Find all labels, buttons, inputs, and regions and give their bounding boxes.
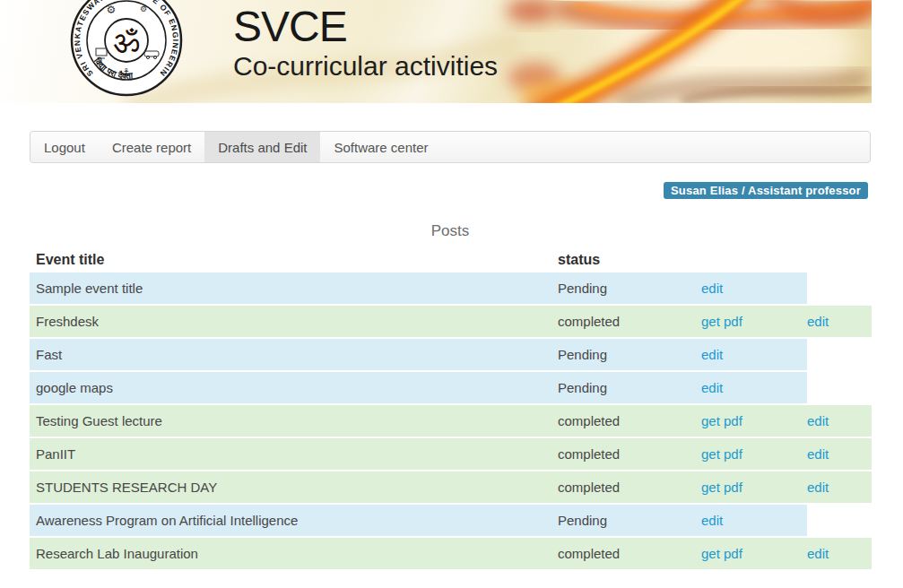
action-link-get-pdf[interactable]: get pdf — [701, 446, 742, 462]
action-link-edit[interactable]: edit — [701, 281, 723, 296]
action-link-edit[interactable]: edit — [701, 380, 723, 395]
status-cell: Pending — [558, 380, 701, 395]
status-cell: completed — [558, 480, 701, 495]
event-title-cell: Freshdesk — [30, 314, 558, 329]
gear-small-icon: ⚙ — [140, 4, 147, 13]
posts-table: Event title status Sample event title Pe… — [30, 247, 872, 571]
edit-link[interactable]: edit — [807, 480, 829, 495]
event-title-cell: Testing Guest lecture — [30, 413, 558, 428]
header-banner: SRI VENKATESWARA COLLEGE OF ENGINEERING … — [0, 0, 872, 103]
table-row: Awareness Program on Artificial Intellig… — [30, 505, 807, 536]
nav-item-logout[interactable]: Logout — [30, 132, 99, 162]
status-cell: completed — [558, 546, 701, 561]
action-link-get-pdf[interactable]: get pdf — [701, 480, 742, 495]
table-row: google maps Pending edit — [30, 372, 807, 403]
edit-link[interactable]: edit — [807, 546, 829, 561]
page-title: Posts — [30, 222, 871, 240]
event-title-cell: Sample event title — [30, 281, 558, 296]
nav-item-create-report[interactable]: Create report — [99, 132, 204, 162]
app-title: SVCE — [233, 2, 347, 51]
nav-item-software-center[interactable]: Software center — [320, 132, 441, 162]
status-cell: Pending — [558, 513, 701, 528]
action-link-edit[interactable]: edit — [701, 513, 723, 528]
main-navbar: LogoutCreate reportDrafts and EditSoftwa… — [30, 131, 871, 163]
column-header-event-title: Event title — [30, 252, 558, 268]
column-header-status: status — [558, 252, 701, 268]
table-row: Research Lab Inauguration completed get … — [30, 538, 872, 569]
action-link-get-pdf[interactable]: get pdf — [701, 413, 742, 428]
status-cell: Pending — [558, 281, 701, 296]
app-subtitle: Co-curricular activities — [233, 51, 498, 82]
event-title-cell: STUDENTS RESEARCH DAY — [30, 480, 558, 495]
om-symbol-icon: ॐ — [113, 24, 139, 60]
status-cell: completed — [558, 446, 701, 462]
table-row: PanIIT completed get pdf edit — [30, 438, 872, 470]
table-row: Fast Pending edit — [30, 339, 807, 370]
event-title-cell: Fast — [30, 347, 558, 362]
nav-item-drafts-and-edit[interactable]: Drafts and Edit — [204, 132, 320, 162]
table-row: STUDENTS RESEARCH DAY completed get pdf … — [30, 471, 872, 503]
edit-link[interactable]: edit — [807, 314, 829, 329]
status-cell: completed — [558, 413, 701, 428]
event-title-cell: Research Lab Inauguration — [30, 546, 558, 561]
table-row: Sample event title Pending edit — [30, 272, 807, 304]
action-link-get-pdf[interactable]: get pdf — [701, 314, 742, 329]
status-cell: Pending — [558, 347, 701, 362]
table-header-row: Event title status — [30, 247, 872, 272]
event-title-cell: PanIIT — [30, 446, 558, 462]
table-row: Testing Guest lecture completed get pdf … — [30, 405, 872, 437]
event-title-cell: Awareness Program on Artificial Intellig… — [30, 513, 558, 528]
table-row: Freshdesk completed get pdf edit — [30, 306, 872, 337]
status-cell: completed — [558, 314, 701, 329]
user-role-badge: Susan Elias / Assistant professor — [664, 182, 868, 199]
edit-link[interactable]: edit — [807, 446, 829, 462]
college-logo: SRI VENKATESWARA COLLEGE OF ENGINEERING … — [70, 0, 183, 97]
event-title-cell: google maps — [30, 380, 558, 395]
action-link-edit[interactable]: edit — [701, 347, 723, 362]
gear-icon: ⚙ — [107, 4, 117, 16]
edit-link[interactable]: edit — [807, 413, 829, 428]
action-link-get-pdf[interactable]: get pdf — [701, 546, 742, 561]
